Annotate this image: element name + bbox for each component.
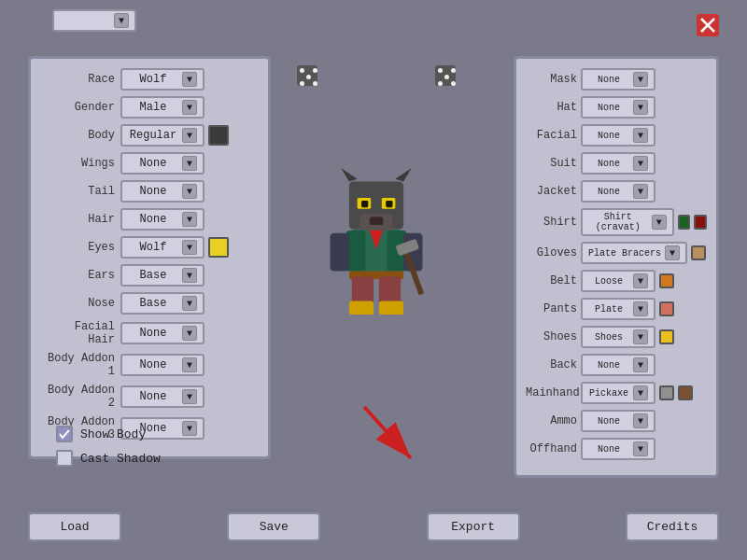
right-row-control: Plate▼: [581, 298, 707, 320]
left-dropdown-body-addon-1[interactable]: None▼: [120, 354, 204, 376]
left-row: GenderMale▼: [45, 96, 254, 119]
right-row: GlovesPlate Bracers▼: [526, 242, 707, 264]
color-swatch[interactable]: [208, 237, 229, 258]
left-row-control: Base▼: [120, 292, 254, 315]
left-dropdown-facial-hair[interactable]: None▼: [120, 322, 204, 344]
checkbox-label-0: Show Body: [80, 427, 146, 441]
left-row-label: Ears: [45, 269, 115, 282]
right-dropdown-jacket[interactable]: None▼: [581, 180, 655, 203]
palette-dropdown[interactable]: ▼: [52, 9, 136, 32]
right-dropdown-facial[interactable]: None▼: [581, 124, 655, 147]
close-icon[interactable]: [697, 14, 719, 36]
right-row-label: Facial: [526, 129, 577, 142]
right-row-control: Loose▼: [581, 270, 707, 292]
right-row-label: Back: [526, 358, 577, 371]
left-row-control: None▼: [120, 354, 254, 376]
export-button[interactable]: Export: [427, 512, 520, 541]
right-row-label: Belt: [526, 274, 577, 287]
color-swatch-1[interactable]: [678, 215, 691, 230]
left-row: NoseBase▼: [45, 292, 254, 315]
left-dropdown-eyes[interactable]: Wolf▼: [120, 236, 204, 259]
right-dropdown-ammo[interactable]: None▼: [581, 410, 655, 432]
color-swatch-2[interactable]: [678, 385, 693, 400]
right-dropdown-shirt[interactable]: Shirt (cravat)▼: [581, 208, 674, 236]
right-row: AmmoNone▼: [526, 410, 707, 432]
checkbox-label-1: Cast Shadow: [80, 452, 161, 466]
color-swatch-1[interactable]: [659, 385, 674, 400]
color-swatch[interactable]: [659, 329, 674, 344]
left-dropdown-ears[interactable]: Base▼: [120, 264, 204, 287]
right-dropdown-gloves[interactable]: Plate Bracers▼: [581, 242, 687, 264]
right-row-label: Hat: [526, 101, 577, 114]
checkbox-0[interactable]: [56, 426, 73, 442]
right-dropdown-pants[interactable]: Plate▼: [581, 298, 655, 320]
left-row-control: Base▼: [120, 264, 254, 287]
left-row: BodyRegular▼: [45, 124, 254, 147]
left-row: Body Addon 2None▼: [45, 384, 254, 410]
right-row: JacketNone▼: [526, 180, 707, 203]
left-dropdown-body-addon-2[interactable]: None▼: [120, 385, 204, 408]
right-row-control: None▼: [581, 438, 707, 460]
svg-rect-18: [348, 301, 373, 315]
left-dropdown-wings[interactable]: None▼: [120, 152, 204, 175]
right-row-control: None▼: [581, 410, 707, 432]
right-row-label: Shirt: [526, 216, 577, 229]
checkbox-row-0: Show Body: [56, 426, 161, 442]
load-button[interactable]: Load: [28, 512, 121, 541]
svg-marker-5: [341, 168, 357, 182]
right-row: MainhandPickaxe▼: [526, 382, 707, 404]
right-dropdown-mask[interactable]: None▼: [581, 68, 655, 91]
right-row: PantsPlate▼: [526, 298, 707, 320]
svg-marker-6: [395, 168, 411, 182]
right-row-control: None▼: [581, 68, 707, 91]
left-row-control: Wolf▼: [120, 68, 254, 91]
color-swatch-2[interactable]: [694, 215, 707, 230]
right-row: ShoesShoes▼: [526, 326, 707, 348]
left-row-control: None▼: [120, 208, 254, 231]
left-row: RaceWolf▼: [45, 68, 254, 91]
color-swatch[interactable]: [691, 245, 706, 260]
right-row-control: None▼: [581, 152, 707, 175]
left-dropdown-tail[interactable]: None▼: [120, 180, 204, 203]
right-row-control: Plate Bracers▼: [581, 242, 707, 264]
color-swatch[interactable]: [659, 273, 674, 288]
right-row-control: Pickaxe▼: [581, 382, 707, 404]
right-row-label: Gloves: [526, 246, 577, 259]
right-row-label: Offhand: [526, 442, 577, 455]
palette-arrow-icon: ▼: [114, 13, 129, 28]
right-dropdown-offhand[interactable]: None▼: [581, 438, 655, 460]
left-row-label: Tail: [45, 185, 115, 198]
svg-rect-10: [386, 201, 392, 207]
left-dropdown-hair[interactable]: None▼: [120, 208, 204, 231]
left-dropdown-body[interactable]: Regular▼: [120, 124, 204, 147]
svg-line-26: [364, 407, 411, 458]
right-dropdown-hat[interactable]: None▼: [581, 96, 655, 119]
left-row-control: None▼: [120, 385, 254, 408]
left-row-control: None▼: [120, 180, 254, 203]
right-dropdown-belt[interactable]: Loose▼: [581, 270, 655, 292]
credits-button[interactable]: Credits: [626, 512, 719, 541]
color-swatch[interactable]: [659, 301, 674, 316]
export-arrow: [355, 398, 430, 476]
checkbox-area: Show BodyCast Shadow: [56, 426, 161, 467]
right-row-control: None▼: [581, 96, 707, 119]
right-row-label: Suit: [526, 157, 577, 170]
left-row-label: Facial Hair: [45, 320, 115, 346]
right-dropdown-mainhand[interactable]: Pickaxe▼: [581, 382, 655, 404]
right-row-label: Mask: [526, 73, 577, 86]
right-dropdown-back[interactable]: None▼: [581, 354, 655, 376]
right-row: SuitNone▼: [526, 152, 707, 175]
checkbox-1[interactable]: [56, 450, 73, 467]
left-row: Facial HairNone▼: [45, 320, 254, 346]
left-dropdown-race[interactable]: Wolf▼: [120, 68, 204, 91]
right-dropdown-shoes[interactable]: Shoes▼: [581, 326, 655, 348]
left-row-label: Gender: [45, 101, 115, 114]
left-dropdown-nose[interactable]: Base▼: [120, 292, 204, 315]
left-dropdown-gender[interactable]: Male▼: [120, 96, 204, 119]
right-row-label: Ammo: [526, 414, 577, 427]
right-row-label: Pants: [526, 302, 577, 315]
color-swatch[interactable]: [208, 125, 229, 146]
save-button[interactable]: Save: [227, 512, 320, 541]
right-dropdown-suit[interactable]: None▼: [581, 152, 655, 175]
character-display: [289, 65, 462, 420]
